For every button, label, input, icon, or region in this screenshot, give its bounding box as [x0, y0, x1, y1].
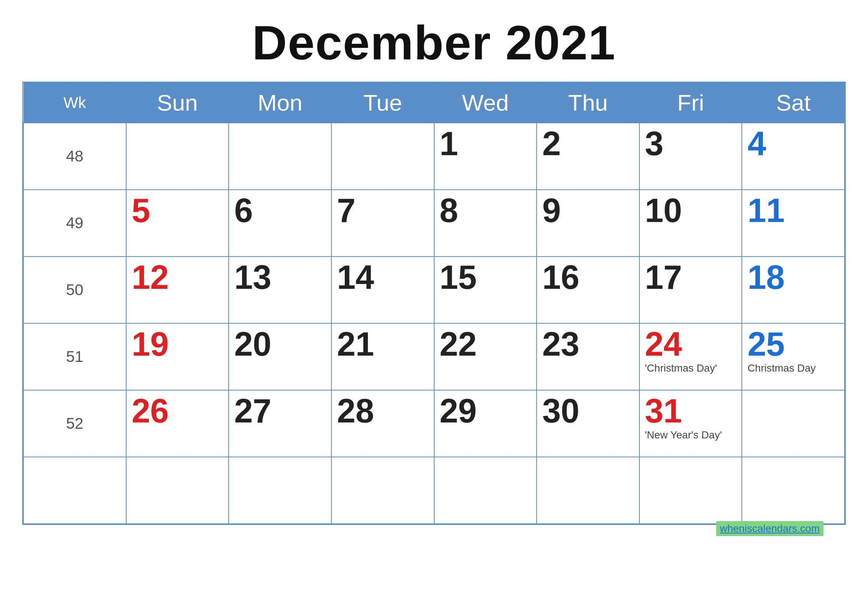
day-number: 24 — [645, 327, 737, 361]
day-number: 27 — [234, 394, 326, 428]
calendar-cell: 10 — [639, 190, 742, 256]
calendar-cell: 19 — [126, 323, 229, 390]
week-number: 52 — [23, 390, 126, 457]
day-number: 22 — [440, 327, 532, 361]
calendar-cell: 9 — [536, 190, 639, 256]
week-number: 48 — [23, 123, 126, 190]
calendar-cell: 12 — [126, 256, 229, 323]
calendar-cell: 1 — [434, 123, 537, 190]
day-number: 26 — [132, 394, 223, 428]
calendar-cell: 13 — [229, 256, 332, 323]
calendar-cell: 6 — [229, 190, 332, 256]
day-number: 20 — [234, 327, 326, 361]
day-number: 28 — [337, 394, 429, 428]
day-number: 13 — [234, 260, 326, 294]
calendar-cell — [536, 457, 639, 524]
day-number: 16 — [542, 260, 634, 294]
day-number: 7 — [337, 194, 429, 227]
day-number: 12 — [132, 260, 223, 294]
calendar-cell: 8 — [434, 190, 537, 256]
day-number: 30 — [542, 394, 634, 428]
calendar-cell: 24'Christmas Day' — [639, 323, 742, 390]
calendar-cell — [332, 457, 434, 524]
calendar-cell — [126, 457, 229, 524]
day-number: 14 — [337, 260, 429, 294]
calendar-cell: 3 — [639, 123, 742, 190]
calendar-cell — [126, 123, 229, 190]
header-wed: Wed — [434, 83, 537, 123]
calendar-cell: 22 — [434, 323, 537, 390]
day-number: 4 — [747, 127, 839, 160]
header-tue: Tue — [332, 83, 434, 123]
header-sat: Sat — [742, 83, 845, 123]
day-number: 2 — [542, 127, 634, 160]
day-number: 10 — [645, 194, 737, 227]
calendar-cell: 30 — [536, 390, 639, 457]
header-wk: Wk — [23, 83, 126, 123]
calendar-cell — [332, 123, 434, 190]
day-number: 25 — [747, 327, 839, 361]
calendar-cell — [639, 457, 742, 524]
calendar-cell — [229, 457, 332, 524]
week-number: 49 — [23, 190, 126, 256]
week-number — [23, 457, 126, 524]
day-number: 19 — [132, 327, 223, 361]
calendar-cell: 11 — [742, 190, 845, 256]
day-number: 9 — [542, 194, 634, 227]
day-number: 3 — [645, 127, 737, 160]
calendar-cell: 26 — [126, 390, 229, 457]
calendar: Wk Sun Mon Tue Wed Thu Fri Sat 481234495… — [22, 82, 846, 525]
holiday-label: 'New Year's Day' — [645, 429, 737, 441]
calendar-cell: 29 — [434, 390, 537, 457]
calendar-cell: 27 — [229, 390, 332, 457]
holiday-label: 'Christmas Day' — [645, 362, 737, 374]
day-number: 5 — [132, 194, 223, 227]
holiday-label: Christmas Day — [747, 362, 839, 374]
day-number: 11 — [747, 194, 839, 227]
calendar-cell: 16 — [536, 256, 639, 323]
calendar-cell: 18 — [742, 256, 845, 323]
calendar-cell: 2 — [536, 123, 639, 190]
calendar-cell: 15 — [434, 256, 537, 323]
calendar-cell: 31'New Year's Day' — [639, 390, 742, 457]
day-number: 1 — [440, 127, 532, 160]
calendar-cell: 17 — [639, 256, 742, 323]
day-number: 31 — [645, 394, 737, 428]
calendar-cell: 28 — [332, 390, 434, 457]
watermark[interactable]: wheniscalendars.com — [716, 521, 823, 536]
day-number: 17 — [645, 260, 737, 294]
week-number: 50 — [23, 256, 126, 323]
calendar-cell: 20 — [229, 323, 332, 390]
day-number: 23 — [542, 327, 634, 361]
calendar-table: Wk Sun Mon Tue Wed Thu Fri Sat 481234495… — [23, 82, 845, 524]
calendar-cell: 25Christmas Day — [742, 323, 845, 390]
day-number: 8 — [440, 194, 532, 227]
week-number: 51 — [23, 323, 126, 390]
calendar-cell — [742, 457, 845, 524]
day-number: 6 — [234, 194, 326, 227]
header-mon: Mon — [229, 83, 332, 123]
header-thu: Thu — [536, 83, 639, 123]
calendar-cell — [434, 457, 537, 524]
day-number: 29 — [440, 394, 532, 428]
calendar-cell — [229, 123, 332, 190]
header-sun: Sun — [126, 83, 229, 123]
calendar-cell: 5 — [126, 190, 229, 256]
day-number: 18 — [747, 260, 839, 294]
calendar-cell — [742, 390, 845, 457]
page-title: December 2021 — [252, 15, 616, 71]
day-number: 21 — [337, 327, 429, 361]
header-fri: Fri — [639, 83, 742, 123]
calendar-cell: 21 — [332, 323, 434, 390]
day-number: 15 — [440, 260, 532, 294]
calendar-cell: 4 — [742, 123, 845, 190]
calendar-cell: 23 — [536, 323, 639, 390]
calendar-cell: 7 — [332, 190, 434, 256]
calendar-cell: 14 — [332, 256, 434, 323]
